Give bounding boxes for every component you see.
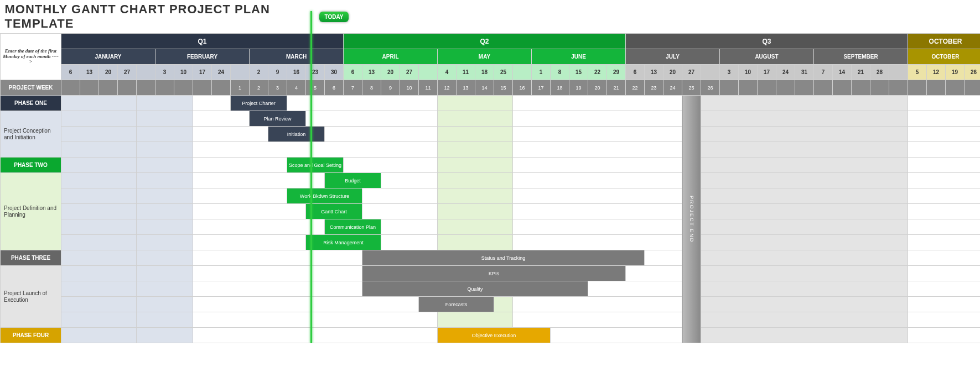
month-header: APRIL [344, 49, 438, 65]
project-week-label: PROJECT WEEK [1, 80, 61, 96]
task-row: Project Definition and Planning Budget [1, 173, 981, 188]
pw-cell [720, 80, 739, 96]
task-bar-kpi[interactable]: KPIs [362, 266, 626, 281]
month-header: MARCH [250, 49, 344, 65]
day-cell: 26 [965, 65, 980, 80]
pw-cell: 21 [607, 80, 626, 96]
day-cell: 30 [325, 65, 344, 80]
task-bar-status[interactable]: Status and Tracking [362, 250, 645, 266]
pw-cell [758, 80, 776, 96]
task-row: Forecasts [1, 297, 981, 312]
phase-three-header-row: PHASE THREE Status and Tracking [1, 250, 981, 266]
page-title: MONTHLY GANTT CHART PROJECT PLAN TEMPLAT… [1, 0, 306, 34]
pw-cell [814, 80, 833, 96]
day-cell: 27 [400, 65, 419, 80]
pw-cell [155, 80, 174, 96]
day-cell: 10 [739, 65, 758, 80]
phase-four-header-row: PHASE FOUR Objective Execution [1, 328, 981, 343]
today-line-marker [310, 11, 312, 343]
task-row: Project Conception and Initiation Plan R… [1, 111, 981, 127]
month-header: JULY [626, 49, 720, 65]
pw-cell: 12 [438, 80, 457, 96]
task-row: Gantt Chart [1, 204, 981, 219]
month-header: MAY [438, 49, 532, 65]
day-cell: 8 [551, 65, 569, 80]
task-bar-risk[interactable]: Risk Management [306, 235, 381, 250]
pw-cell [118, 80, 137, 96]
pw-cell [776, 80, 795, 96]
day-cell: 6 [61, 65, 80, 80]
day-cell: 13 [80, 65, 99, 80]
q3-header: Q3 [626, 34, 908, 49]
day-cell: 23 [306, 65, 325, 80]
pw-cell [80, 80, 99, 96]
day-cell: 13 [362, 65, 381, 80]
quarter-row: Enter the date of the first Monday of ea… [1, 34, 981, 49]
task-bar-forecasts[interactable]: Forecasts [419, 297, 494, 312]
pw-cell: 17 [532, 80, 551, 96]
pw-cell: 18 [551, 80, 569, 96]
pw-cell: 1 [231, 80, 250, 96]
day-cell [889, 65, 908, 80]
day-cell: 27 [118, 65, 137, 80]
gantt-table: MONTHLY GANTT CHART PROJECT PLAN TEMPLAT… [0, 0, 980, 343]
task-bar-comm[interactable]: Communication Plan [325, 219, 381, 235]
task-bar-scope[interactable]: Scope and Goal Setting [287, 158, 344, 173]
task-bar-charter[interactable]: Project Charter [231, 96, 287, 111]
phase-three-desc: Project Launch of Execution [1, 266, 61, 328]
pw-cell: 2 [250, 80, 268, 96]
pw-cell [795, 80, 814, 96]
spacer-row [1, 142, 981, 158]
task-bar-review[interactable]: Plan Review [250, 111, 306, 127]
day-cell: 3 [720, 65, 739, 80]
task-row: Initiation [1, 127, 981, 142]
pw-cell [739, 80, 758, 96]
day-cell: 10 [174, 65, 193, 80]
month-header: SEPTEMBER [814, 49, 908, 65]
phase-four-label: PHASE FOUR [1, 328, 61, 343]
pw-cell [212, 80, 231, 96]
month-row: JANUARY FEBRUARY MARCH APRIL MAY JUNE JU… [1, 49, 981, 65]
day-row: 6132027 3101724 29162330 6132027 4111825… [1, 65, 981, 80]
task-bar-initiation[interactable]: Initiation [268, 127, 325, 142]
day-cell [701, 65, 720, 80]
pw-cell [833, 80, 852, 96]
task-bar-quality[interactable]: Quality [362, 281, 588, 297]
pw-cell [852, 80, 870, 96]
task-bar-gantt[interactable]: Gantt Chart [306, 204, 362, 219]
day-cell: 7 [814, 65, 833, 80]
q4-header: OCTOBER [908, 34, 980, 49]
task-bar-wbs[interactable]: Work Bkdwn Structure [287, 188, 362, 204]
day-cell [137, 65, 155, 80]
day-cell [231, 65, 250, 80]
day-cell: 5 [908, 65, 927, 80]
task-row: Communication Plan [1, 219, 981, 235]
day-cell: 12 [927, 65, 946, 80]
pw-cell: 14 [475, 80, 494, 96]
phase-one-desc: Project Conception and Initiation [1, 111, 61, 158]
pw-cell [99, 80, 118, 96]
day-cell: 15 [569, 65, 588, 80]
pw-cell [174, 80, 193, 96]
day-cell: 20 [99, 65, 118, 80]
project-week-row: PROJECT WEEK 123456789101112131415161718… [1, 80, 981, 96]
pw-cell: 10 [400, 80, 419, 96]
pw-cell: 13 [457, 80, 475, 96]
task-bar-objective[interactable]: Objective Execution [438, 328, 551, 343]
day-cell: 28 [870, 65, 889, 80]
day-cell: 4 [438, 65, 457, 80]
pw-cell [946, 80, 965, 96]
phase-two-desc: Project Definition and Planning [1, 173, 61, 250]
day-cell: 17 [193, 65, 212, 80]
task-bar-budget[interactable]: Budget [325, 173, 381, 188]
project-end-marker: PROJECT END [682, 96, 701, 343]
pw-cell [193, 80, 212, 96]
phase-one-label: PHASE ONE [1, 96, 61, 111]
day-cell: 6 [626, 65, 645, 80]
month-header: OCTOBER [908, 49, 980, 65]
month-header: JUNE [532, 49, 626, 65]
note-cell: Enter the date of the first Monday of ea… [1, 34, 61, 80]
pw-cell: 6 [325, 80, 344, 96]
pw-cell: 7 [344, 80, 362, 96]
pw-cell [908, 80, 927, 96]
